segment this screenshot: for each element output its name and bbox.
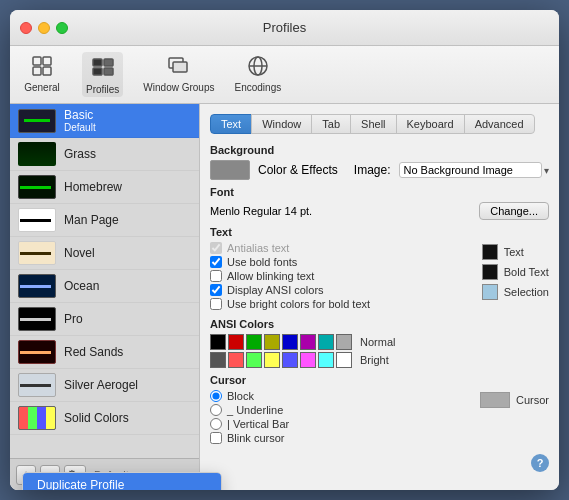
- main-window: Profiles General: [10, 10, 559, 490]
- profile-name-basic: Basic: [64, 108, 96, 122]
- ansi-n2[interactable]: [246, 334, 262, 350]
- cursor-block-radio[interactable]: [210, 390, 222, 402]
- profile-item-silveraerogel[interactable]: Silver Aerogel: [10, 369, 199, 402]
- text-color-swatch[interactable]: [482, 244, 498, 260]
- ansi-normal-row: Normal: [210, 334, 549, 350]
- svg-rect-0: [33, 57, 41, 65]
- ansi-n1[interactable]: [228, 334, 244, 350]
- svg-rect-1: [43, 57, 51, 65]
- checkbox-ansi-row: Display ANSI colors: [210, 284, 472, 296]
- font-row: Menlo Regular 14 pt. Change...: [210, 202, 549, 220]
- profile-item-homebrew[interactable]: Homebrew: [10, 171, 199, 204]
- text-two-col: Antialias text Use bold fonts Allow blin…: [210, 242, 549, 312]
- ansi-b7[interactable]: [336, 352, 352, 368]
- checkbox-blinking-row: Allow blinking text: [210, 270, 472, 282]
- cursor-vertical-radio[interactable]: [210, 418, 222, 430]
- ansi-b1[interactable]: [228, 352, 244, 368]
- checkbox-bright-row: Use bright colors for bold text: [210, 298, 472, 310]
- svg-rect-2: [33, 67, 41, 75]
- ansi-b5[interactable]: [300, 352, 316, 368]
- checkbox-bright-bold[interactable]: [210, 298, 222, 310]
- toolbar-general[interactable]: General: [22, 52, 62, 97]
- tab-tab[interactable]: Tab: [311, 114, 351, 134]
- checkbox-blinking[interactable]: [210, 270, 222, 282]
- tab-keyboard[interactable]: Keyboard: [396, 114, 465, 134]
- help-row: ?: [210, 450, 549, 472]
- cursor-underline-label: _ Underline: [227, 404, 283, 416]
- text-color-swatches: Text Bold Text Selection: [482, 242, 549, 312]
- ansi-normal-label: Normal: [360, 336, 395, 348]
- ansi-n3[interactable]: [264, 334, 280, 350]
- toolbar-profiles[interactable]: Profiles: [82, 52, 123, 97]
- profile-name-pro: Pro: [64, 312, 83, 326]
- profile-item-solidcolors[interactable]: Solid Colors: [10, 402, 199, 435]
- cursor-right-col: Cursor: [480, 390, 549, 446]
- profile-item-novel[interactable]: Novel: [10, 237, 199, 270]
- checkbox-ansi-colors[interactable]: [210, 284, 222, 296]
- ansi-n0[interactable]: [210, 334, 226, 350]
- profile-name-grass: Grass: [64, 147, 96, 161]
- toolbar-window-groups[interactable]: Window Groups: [143, 52, 214, 97]
- background-color-effects-label: Color & Effects: [258, 163, 338, 177]
- checkbox-blinking-label: Allow blinking text: [227, 270, 314, 282]
- encodings-label: Encodings: [235, 82, 282, 93]
- cursor-blink-row: Blink cursor: [210, 432, 470, 444]
- cursor-blink-checkbox[interactable]: [210, 432, 222, 444]
- ansi-b2[interactable]: [246, 352, 262, 368]
- selection-color-swatch[interactable]: [482, 284, 498, 300]
- background-image-value[interactable]: No Background Image: [399, 162, 543, 178]
- bold-color-label: Bold Text: [504, 266, 549, 278]
- svg-rect-6: [104, 59, 113, 66]
- profile-thumb-novel: [18, 241, 56, 265]
- text-color-label: Text: [504, 246, 524, 258]
- cursor-two-col: Block _ Underline | Vertical Bar Blink c…: [210, 390, 549, 446]
- dropdown-duplicate[interactable]: Duplicate Profile: [23, 473, 200, 490]
- ansi-n5[interactable]: [300, 334, 316, 350]
- background-image-label: Image:: [354, 163, 391, 177]
- profiles-label: Profiles: [86, 84, 119, 95]
- cursor-options: Block _ Underline | Vertical Bar Blink c…: [210, 390, 470, 446]
- cursor-section-label: Cursor: [210, 374, 549, 386]
- change-font-button[interactable]: Change...: [479, 202, 549, 220]
- checkbox-bold-label: Use bold fonts: [227, 256, 297, 268]
- checkbox-bold-fonts[interactable]: [210, 256, 222, 268]
- window-title: Profiles: [263, 20, 306, 35]
- windowgroups-icon: [165, 52, 193, 80]
- text-checkboxes: Antialias text Use bold fonts Allow blin…: [210, 242, 472, 312]
- profile-sidebar: Basic Default Grass Homebrew: [10, 104, 200, 490]
- cursor-blink-label: Blink cursor: [227, 432, 284, 444]
- profile-thumb-silveraerogel: [18, 373, 56, 397]
- font-value: Menlo Regular 14 pt.: [210, 205, 312, 217]
- profile-sub-basic: Default: [64, 122, 96, 133]
- profile-item-grass[interactable]: Grass: [10, 138, 199, 171]
- help-button[interactable]: ?: [531, 454, 549, 472]
- maximize-button[interactable]: [56, 22, 68, 34]
- minimize-button[interactable]: [38, 22, 50, 34]
- profile-item-manpage[interactable]: Man Page: [10, 204, 199, 237]
- profile-item-basic[interactable]: Basic Default: [10, 104, 199, 138]
- tab-advanced[interactable]: Advanced: [464, 114, 535, 134]
- ansi-n6[interactable]: [318, 334, 334, 350]
- ansi-b3[interactable]: [264, 352, 280, 368]
- profile-item-redsands[interactable]: Red Sands: [10, 336, 199, 369]
- profile-item-ocean[interactable]: Ocean: [10, 270, 199, 303]
- checkbox-antialias[interactable]: [210, 242, 222, 254]
- background-color-swatch[interactable]: [210, 160, 250, 180]
- toolbar-encodings[interactable]: Encodings: [235, 52, 282, 97]
- ansi-b4[interactable]: [282, 352, 298, 368]
- background-image-select-wrapper[interactable]: No Background Image ▾: [399, 162, 550, 178]
- close-button[interactable]: [20, 22, 32, 34]
- cursor-underline-radio[interactable]: [210, 404, 222, 416]
- ansi-b6[interactable]: [318, 352, 334, 368]
- ansi-n4[interactable]: [282, 334, 298, 350]
- cursor-block-label: Block: [227, 390, 254, 402]
- profile-item-pro[interactable]: Pro: [10, 303, 199, 336]
- bold-color-swatch[interactable]: [482, 264, 498, 280]
- tab-shell[interactable]: Shell: [350, 114, 396, 134]
- profile-name-silveraerogel: Silver Aerogel: [64, 378, 138, 392]
- ansi-n7[interactable]: [336, 334, 352, 350]
- profile-thumb-solidcolors: [18, 406, 56, 430]
- tab-window[interactable]: Window: [251, 114, 312, 134]
- ansi-b0[interactable]: [210, 352, 226, 368]
- tab-text[interactable]: Text: [210, 114, 252, 134]
